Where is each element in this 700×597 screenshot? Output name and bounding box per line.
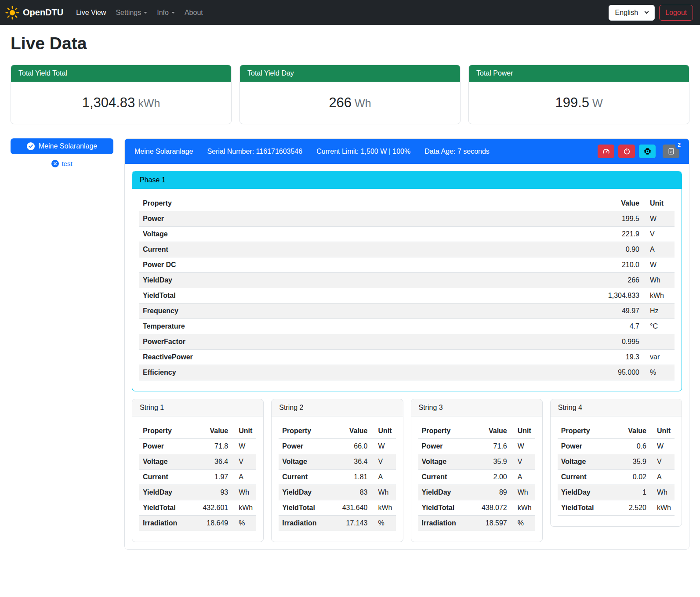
value-cell: 35.9 — [614, 454, 650, 470]
brand-link[interactable]: OpenDTU — [5, 6, 63, 20]
value-cell: 199.5 — [441, 211, 643, 227]
navbar-left: OpenDTU Live View Settings Info About — [5, 5, 208, 20]
table-row: Frequency49.97Hz — [139, 304, 675, 319]
unit-cell: A — [232, 470, 256, 485]
event-log-button[interactable]: 2 — [663, 145, 679, 158]
table-row: Efficiency95.000% — [139, 365, 675, 380]
string-card-title: String 3 — [411, 399, 542, 416]
string-table: Property Value Unit Power71.6WVoltage35.… — [418, 423, 535, 531]
inverter-item-test[interactable]: test — [11, 160, 113, 167]
unit-cell: Wh — [371, 485, 396, 500]
table-row: Current1.81A — [279, 470, 395, 485]
phase-title: Phase 1 — [132, 171, 682, 189]
value-cell: 221.9 — [441, 227, 643, 242]
property-cell: Current — [139, 242, 441, 257]
table-row: Current0.02A — [558, 470, 675, 485]
phase-table: Property Value Unit Power199.5WVoltage22… — [139, 196, 675, 380]
table-row: PowerFactor0.995 — [139, 334, 675, 350]
navbar-right: English Logout — [609, 5, 693, 21]
unit-cell: % — [643, 365, 675, 380]
nav-item-info[interactable]: Info — [153, 5, 178, 20]
column-header-unit: Unit — [232, 423, 256, 439]
property-cell: YieldTotal — [279, 500, 330, 516]
value-cell: 36.4 — [330, 454, 371, 470]
summary-card-title: Total Yield Day — [240, 65, 460, 82]
unit-cell: V — [232, 454, 256, 470]
property-cell: YieldDay — [418, 485, 470, 500]
property-cell: Current — [558, 470, 614, 485]
unit-cell: Wh — [643, 273, 675, 288]
inverter-name: Meine Solaranlage — [134, 148, 193, 156]
unit-cell: kWh — [232, 500, 256, 516]
language-select[interactable]: English — [609, 5, 655, 21]
unit-cell: kWh — [650, 500, 675, 516]
value-cell: 89 — [470, 485, 510, 500]
property-cell: Power — [558, 439, 614, 454]
unit-cell: kWh — [371, 500, 396, 516]
summary-card-body: 199.5W — [469, 82, 689, 124]
phase-panel: Phase 1 Property Value Unit Power199.5WV… — [132, 171, 682, 391]
unit-cell: kWh — [643, 288, 675, 304]
value-cell: 71.6 — [470, 439, 510, 454]
table-header-row: Property Value Unit — [279, 423, 395, 439]
property-cell: Irradiation — [418, 516, 470, 531]
property-cell: Power — [279, 439, 330, 454]
value-cell: 93 — [191, 485, 232, 500]
string-card-title: String 4 — [551, 399, 682, 416]
string-card-body: Property Value Unit Power0.6WVoltage35.9… — [551, 416, 682, 526]
value-cell: 66.0 — [330, 439, 371, 454]
page-container: Live Data Total Yield Total 1,304.83kWh … — [0, 25, 700, 564]
property-cell: ReactivePower — [139, 350, 441, 365]
inverter-select-button[interactable]: Meine Solaranlage — [11, 138, 113, 154]
page-title: Live Data — [11, 34, 689, 53]
value-cell: 438.072 — [470, 500, 510, 516]
table-row: YieldDay1Wh — [558, 485, 675, 500]
x-circle-icon — [51, 160, 59, 167]
column-header-unit: Unit — [650, 423, 675, 439]
value-cell: 266 — [441, 273, 643, 288]
unit-cell: V — [371, 454, 396, 470]
caret-down-icon — [144, 12, 147, 14]
limit-settings-button[interactable] — [598, 145, 614, 158]
unit-cell: V — [643, 227, 675, 242]
logout-button[interactable]: Logout — [659, 5, 693, 21]
summary-card-unit: kWh — [138, 97, 160, 109]
nav-item-live-view[interactable]: Live View — [73, 5, 109, 20]
event-count-badge: 2 — [675, 141, 683, 149]
property-cell: Current — [279, 470, 330, 485]
value-cell: 2.520 — [614, 500, 650, 516]
nav-item-settings[interactable]: Settings — [112, 5, 151, 20]
value-cell: 431.640 — [330, 500, 371, 516]
string-card-3: String 3 Property Value Unit — [411, 399, 543, 542]
value-cell: 35.9 — [470, 454, 510, 470]
value-cell: 18.597 — [470, 516, 510, 531]
property-cell: Temperature — [139, 319, 441, 334]
table-row: YieldDay93Wh — [139, 485, 256, 500]
value-cell: 210.0 — [441, 257, 643, 273]
string-card-2: String 2 Property Value Unit — [271, 399, 403, 542]
property-cell: Current — [139, 470, 191, 485]
value-cell: 1.97 — [191, 470, 232, 485]
column-header-property: Property — [139, 196, 441, 211]
power-toggle-button[interactable] — [618, 145, 635, 158]
property-cell: Voltage — [418, 454, 470, 470]
nav-item-label: Info — [157, 9, 169, 17]
power-icon — [623, 148, 631, 155]
chevron-down-icon — [645, 10, 649, 14]
unit-cell: W — [371, 439, 396, 454]
property-cell: Frequency — [139, 304, 441, 319]
summary-cards-row: Total Yield Total 1,304.83kWh Total Yiel… — [11, 65, 689, 124]
table-row: Voltage35.9V — [558, 454, 675, 470]
value-cell: 4.7 — [441, 319, 643, 334]
chip-icon — [644, 148, 651, 155]
table-row: Power0.6W — [558, 439, 675, 454]
summary-card-total-power: Total Power 199.5W — [468, 65, 689, 124]
inverter-select-label: Meine Solaranlage — [39, 142, 97, 150]
table-header-row: Property Value Unit — [139, 423, 256, 439]
nav-item-about[interactable]: About — [181, 5, 207, 20]
table-row: Voltage221.9V — [139, 227, 675, 242]
unit-cell: A — [650, 470, 675, 485]
unit-cell: V — [650, 454, 675, 470]
device-info-button[interactable] — [639, 145, 656, 158]
unit-cell: % — [371, 516, 396, 531]
